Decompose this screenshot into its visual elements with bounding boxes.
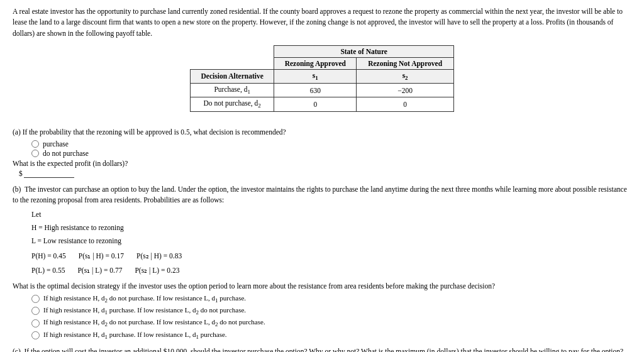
strategy-opt2[interactable]: If high resistance H, d1 purchase. If lo… <box>31 306 631 316</box>
part-a-label: (a) <box>13 128 21 136</box>
expected-profit-row: $ <box>19 170 631 178</box>
strategy-opt4-label: If high resistance H, d1 purchase. If lo… <box>43 331 227 340</box>
col2-sub: s2 <box>357 69 454 83</box>
prob3: P(s₂ | H) = 0.83 <box>136 250 182 263</box>
strategy-radio-1[interactable] <box>31 295 40 303</box>
expected-profit-input[interactable] <box>24 170 74 178</box>
decision-alt-header: Decision Alternative <box>191 69 274 83</box>
H-def: H = High resistance to rezoning <box>31 221 631 234</box>
prob-line2: P(L) = 0.55 P(s₁ | L) = 0.77 P(s₂ | L) =… <box>31 264 631 277</box>
part-a-opt1-label: purchase <box>43 140 69 148</box>
part-a-option1[interactable]: purchase <box>31 140 631 148</box>
col2-header: Rezoning Not Approved <box>357 57 454 69</box>
strategy-opt3-label: If high resistance H, d2 do not purchase… <box>43 318 265 327</box>
strategy-opt1[interactable]: If high resistance H, d2 do not purchase… <box>31 294 631 304</box>
part-c-question-text: If the option will cost the investor an … <box>25 348 624 352</box>
col1-sub: s1 <box>274 69 357 83</box>
intro-text: A real estate investor has the opportuni… <box>13 6 631 39</box>
part-c-label: (c) <box>13 348 21 352</box>
part-a-question-text: If the probability that the rezoning wil… <box>23 128 286 136</box>
prob5: P(s₁ | L) = 0.77 <box>77 264 122 277</box>
part-a-radio-nopurchase[interactable] <box>31 150 39 157</box>
prob2: P(s₁ | H) = 0.17 <box>79 250 124 263</box>
L-def: L = Low resistance to rezoning <box>31 234 631 248</box>
row1-v1: 630 <box>274 84 357 97</box>
prob-line1: P(H) = 0.45 P(s₁ | H) = 0.17 P(s₂ | H) =… <box>31 250 631 263</box>
strategy-opt2-label: If high resistance H, d1 purchase. If lo… <box>43 306 246 316</box>
state-of-nature-header: State of Nature <box>274 45 454 57</box>
strategy-opt4[interactable]: If high resistance H, d1 purchase. If lo… <box>31 331 631 340</box>
prob-block: P(H) = 0.45 P(s₁ | H) = 0.17 P(s₂ | H) =… <box>31 250 631 277</box>
row1-v2: −200 <box>357 84 454 97</box>
strategy-question: What is the optimal decision strategy if… <box>13 281 631 292</box>
part-a: (a) If the probability that the rezoning… <box>13 127 631 178</box>
part-a-question: (a) If the probability that the rezoning… <box>13 127 631 138</box>
part-a-opt2-label: do not purchase <box>43 150 89 157</box>
dollar-sign: $ <box>19 170 23 177</box>
strategy-opt1-label: If high resistance H, d2 do not purchase… <box>43 294 246 304</box>
let-label: Let <box>31 208 631 221</box>
part-a-option2[interactable]: do not purchase <box>31 150 631 157</box>
part-c: (c) If the option will cost the investor… <box>13 346 631 352</box>
col1-header: Rezoning Approved <box>274 57 357 69</box>
part-b-question-text: The investor can purchase an option to b… <box>13 185 627 204</box>
part-b-question: (b) The investor can purchase an option … <box>13 184 631 206</box>
part-a-options: purchase do not purchase <box>31 140 631 157</box>
part-a-radio-purchase[interactable] <box>31 140 39 148</box>
let-block: Let H = High resistance to rezoning L = … <box>31 208 631 247</box>
row2-label: Do not purchase, d2 <box>191 97 274 111</box>
strategy-opt3[interactable]: If high resistance H, d2 do not purchase… <box>31 318 631 327</box>
row2-v2: 0 <box>357 97 454 111</box>
expected-profit-label: What is the expected profit (in dollars)… <box>13 160 631 167</box>
prob1: P(H) = 0.45 <box>31 250 66 263</box>
strategy-radio-2[interactable] <box>31 307 40 315</box>
row1-label: Purchase, d1 <box>191 84 274 97</box>
prob6: P(s₂ | L) = 0.23 <box>135 264 179 277</box>
strategy-radio-4[interactable] <box>31 331 40 339</box>
strategy-radio-3[interactable] <box>31 319 40 327</box>
part-c-question: (c) If the option will cost the investor… <box>13 346 631 352</box>
strategy-options: If high resistance H, d2 do not purchase… <box>31 294 631 340</box>
prob4: P(L) = 0.55 <box>31 264 65 277</box>
part-b-label: (b) <box>13 185 21 193</box>
payoff-table: State of Nature Rezoning Approved Rezoni… <box>190 45 454 112</box>
row2-v1: 0 <box>274 97 357 111</box>
part-b: (b) The investor can purchase an option … <box>13 184 631 340</box>
